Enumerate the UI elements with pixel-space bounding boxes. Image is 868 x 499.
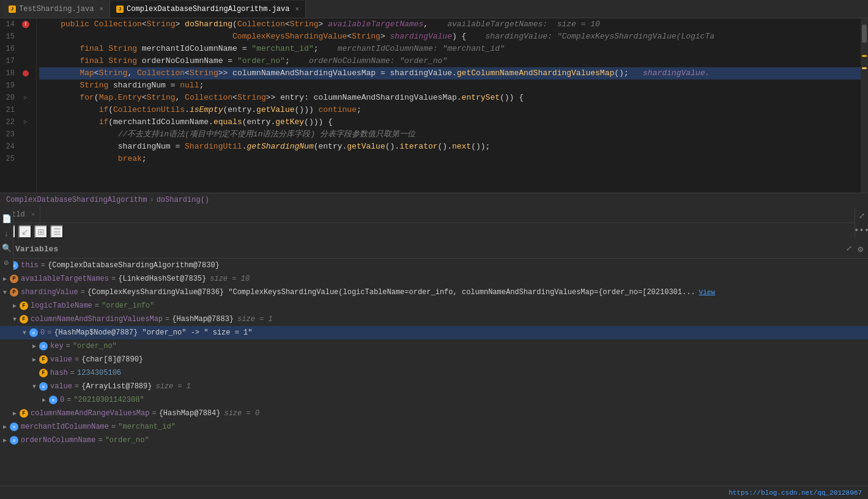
toggle-icon[interactable]: ▼ <box>0 287 10 297</box>
code-line-20: for ( Map.Entry < String , Collection < … <box>39 92 861 104</box>
code-editor: 14 ! 15 16 17 18 <box>0 18 868 193</box>
var-type-icon: F <box>20 315 28 323</box>
toggle-icon[interactable]: ▼ <box>10 314 20 324</box>
var-row-range-map[interactable]: ▶ F columnNameAndRangeValuesMap = {HashM… <box>0 407 868 420</box>
left-side-panel: 📄 ↓ 🔍 ⊙ <box>0 211 13 271</box>
code-line-18: Map < String , Collection < String >> co… <box>39 67 861 79</box>
var-row-order-no[interactable]: ▶ = orderNoColumnName = "order_no" <box>0 434 868 447</box>
var-type-icon: = <box>10 423 18 431</box>
variables-panel-header: ☰ Variables ⤢ ⚙ <box>0 240 868 259</box>
java-icon: J <box>9 6 16 13</box>
toggle-icon[interactable]: ▶ <box>29 355 39 364</box>
var-type-icon: = <box>39 342 48 350</box>
breakpoint-icon <box>23 70 29 76</box>
search-icon[interactable]: 🔍 <box>1 243 12 254</box>
status-bar: https://blog.csdn.net/qq_20128967 <box>0 486 868 499</box>
code-line-19: String shardingNum = null ; <box>39 79 861 92</box>
var-row-char-value[interactable]: ▶ F value = {char[8]@7890} <box>0 353 868 366</box>
code-line-21: if ( CollectionUtils . isEmpty (entry. g… <box>39 104 861 116</box>
var-type-icon: = <box>10 436 18 445</box>
var-row-column-map[interactable]: ▼ F columnNameAndShardingValuesMap = {Ha… <box>0 312 868 326</box>
arrow-down-icon[interactable]: ↓ <box>1 228 12 239</box>
code-line-24: shardingNum = ShardingUtil . getSharding… <box>39 141 861 153</box>
circle-icon[interactable]: ⊙ <box>1 257 12 268</box>
toggle-icon[interactable]: ▶ <box>0 422 10 432</box>
var-type-icon: F <box>39 369 48 377</box>
toggle-icon[interactable]: ▶ <box>10 301 20 311</box>
restore-view-button[interactable]: ↙ <box>18 225 32 238</box>
warning-indicator <box>862 67 867 69</box>
tab-test-sharding[interactable]: J TestSharding.java × <box>2 1 110 18</box>
file-icon[interactable]: 📄 <box>1 213 12 224</box>
scrollbar-thumb <box>862 24 867 43</box>
tab-label: ComplexDatabaseShardingAlgorithm.java <box>127 5 289 13</box>
var-row-this[interactable]: ▶ = this = {ComplexDatabaseShardingAlgor… <box>0 259 868 272</box>
var-row-sharding-value[interactable]: ▼ P shardingValue = {ComplexKeysSharding… <box>0 286 868 299</box>
settings-icon[interactable]: ⚙ <box>858 244 863 254</box>
tabs-bar: J TestSharding.java × J ComplexDatabaseS… <box>0 0 868 18</box>
code-content[interactable]: public Collection < String > doSharding … <box>37 18 861 193</box>
right-side-panel: ⤢ ••• <box>855 208 868 238</box>
breadcrumb: ComplexDatabaseShardingAlgorithm › doSha… <box>0 193 868 206</box>
toggle-icon[interactable]: ▼ <box>20 328 29 338</box>
var-type-icon: = <box>29 328 38 337</box>
var-row-arraylist-value[interactable]: ▼ = value = {ArrayList@7889} size = 1 <box>0 380 868 393</box>
breadcrumb-class[interactable]: ComplexDatabaseShardingAlgorithm <box>6 196 147 204</box>
table-view-button[interactable]: ⊞ <box>34 225 48 238</box>
toggle-icon[interactable]: ▶ <box>0 435 10 445</box>
var-row-hash[interactable]: F hash = 1234305106 <box>0 366 868 380</box>
tab-close-icon[interactable]: × <box>99 6 103 13</box>
var-type-icon: F <box>39 355 48 364</box>
var-row-logic-table-name[interactable]: ▶ F logicTableName = "order_info" <box>0 299 868 312</box>
var-type-icon: F <box>20 409 28 418</box>
var-row-key[interactable]: ▶ = key = "order_no" <box>0 339 868 353</box>
var-row-merchant-id[interactable]: ▶ = merchantIdColumnName = "merchant_id" <box>0 420 868 434</box>
code-line-23: //不去支持in语法(项目中约定不使用in语法分库字段) 分表字段参数值只取第一… <box>39 128 861 141</box>
breadcrumb-method[interactable]: doSharding() <box>157 196 209 204</box>
toggle-icon[interactable]: ▶ <box>0 274 10 284</box>
editor-scrollbar[interactable] <box>861 18 868 193</box>
code-line-22: if (merchantIdColumnName. equals (entry.… <box>39 116 861 128</box>
debug-toolbar: + ↙ ⊞ ☰ <box>0 223 868 240</box>
expand-icon[interactable]: ⤢ <box>846 244 852 253</box>
java-icon: J <box>116 6 124 13</box>
tab-label: TestSharding.java <box>19 5 94 13</box>
expand-right-icon[interactable]: ⤢ <box>856 210 867 221</box>
code-line-14: public Collection < String > doSharding … <box>39 18 861 31</box>
debug-top-bar: ntld × <box>0 206 868 223</box>
var-type-icon: F <box>20 301 28 310</box>
code-line-15: ComplexKeysShardingValue < String > shar… <box>39 31 861 43</box>
var-type-icon: P <box>10 288 18 297</box>
var-type-icon: P <box>10 275 18 283</box>
toggle-icon[interactable]: ▼ <box>29 382 39 391</box>
var-type-icon: = <box>49 396 57 404</box>
var-row-node-0[interactable]: ▼ = 0 = {HashMap$Node@7887} "order_no" -… <box>0 326 868 339</box>
var-row-date-0[interactable]: ▶ = 0 = "20210301142308" <box>0 393 868 407</box>
var-row-available-target-names[interactable]: ▶ P availableTargetNames = {LinkedHashSe… <box>0 272 868 286</box>
tab-complex-sharding[interactable]: J ComplexDatabaseShardingAlgorithm.java … <box>110 1 306 18</box>
line-numbers: 14 ! 15 16 17 18 <box>0 18 37 193</box>
code-line-17: final String orderNoColumnName = "order_… <box>39 55 861 67</box>
ntld-close[interactable]: × <box>31 211 35 218</box>
toggle-icon[interactable]: ▶ <box>10 408 20 418</box>
code-line-16: final String merchantIdColumnName = "mer… <box>39 43 861 55</box>
variables-content[interactable]: ▶ = this = {ComplexDatabaseShardingAlgor… <box>0 259 868 486</box>
toggle-icon[interactable]: ▶ <box>29 341 39 351</box>
tab-close-icon[interactable]: × <box>295 6 299 13</box>
code-line-25: break ; <box>39 153 861 165</box>
current-line-indicator <box>862 55 867 57</box>
toggle-icon[interactable]: ▶ <box>39 395 49 405</box>
more-icon[interactable]: ••• <box>856 225 867 236</box>
error-icon: ! <box>22 21 29 28</box>
list-view-button[interactable]: ☰ <box>50 225 64 238</box>
var-type-icon: = <box>39 382 48 391</box>
view-link[interactable]: View <box>699 289 715 296</box>
csdn-link[interactable]: https://blog.csdn.net/qq_20128967 <box>729 489 862 497</box>
